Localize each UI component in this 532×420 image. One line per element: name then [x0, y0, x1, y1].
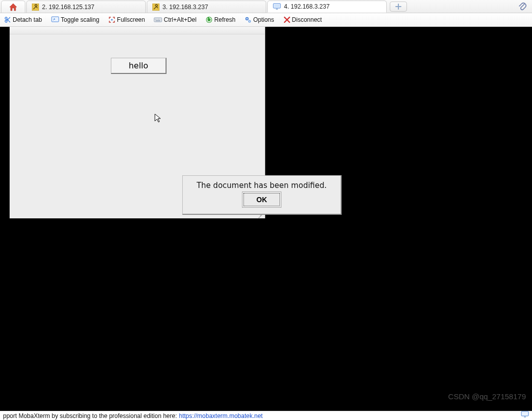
close-icon [283, 16, 291, 23]
session-tab-2[interactable]: 2. 192.168.125.137 [26, 1, 146, 13]
toolbar-label: Ctrl+Alt+Del [163, 16, 196, 23]
svg-rect-9 [154, 18, 162, 22]
ctrl-alt-del-button[interactable]: Ctrl+Alt+Del [153, 15, 197, 24]
fullscreen-icon [108, 16, 115, 23]
svg-rect-4 [276, 9, 278, 10]
plus-icon [395, 3, 402, 10]
svg-rect-14 [155, 20, 160, 21]
toolbar-label: Refresh [214, 16, 235, 23]
svg-rect-13 [159, 19, 160, 20]
toolbar-label: Options [253, 16, 274, 23]
remote-viewport[interactable]: hello The document has been modified. OK… [0, 27, 532, 411]
ok-button[interactable]: OK [243, 193, 280, 206]
tab-label: 4. 192.168.3.237 [284, 3, 330, 10]
toolbar-label: Fullscreen [117, 16, 145, 23]
status-text: pport MobaXterm by subscribing to the pr… [3, 412, 177, 419]
refresh-button[interactable]: Refresh [204, 15, 236, 24]
paperclip-icon[interactable] [518, 2, 527, 15]
monitor-icon [273, 3, 281, 10]
svg-rect-3 [274, 5, 279, 7]
session-toolbar: Detach tab Toggle scaling Fullscreen Ctr… [0, 13, 532, 27]
fullscreen-button[interactable]: Fullscreen [107, 15, 146, 24]
cursor-icon [154, 113, 162, 125]
tab-label: 2. 192.168.125.137 [42, 4, 94, 11]
watermark-text: CSDN @qq_27158179 [448, 392, 526, 401]
toggle-scaling-button[interactable]: Toggle scaling [50, 15, 100, 24]
svg-rect-11 [156, 19, 157, 20]
gear-icon [244, 16, 252, 23]
keyboard-icon [154, 17, 162, 23]
toolbar-label: Detach tab [13, 16, 42, 23]
disconnect-button[interactable]: Disconnect [282, 15, 323, 24]
dialog-actions: OK [183, 193, 341, 206]
home-icon [9, 3, 18, 11]
wrench-icon [152, 4, 159, 11]
remote-window-titlebar[interactable] [10, 27, 265, 34]
status-bar: pport MobaXterm by subscribing to the pr… [0, 411, 532, 420]
detach-tab-button[interactable]: Detach tab [3, 15, 43, 24]
options-button[interactable]: Options [243, 15, 275, 24]
svg-point-17 [247, 18, 248, 19]
wrench-icon [32, 4, 39, 11]
svg-point-19 [249, 21, 250, 22]
svg-point-8 [111, 19, 113, 21]
svg-rect-12 [158, 19, 159, 20]
session-tab-3[interactable]: 3. 192.168.3.237 [147, 1, 266, 13]
status-link[interactable]: https://mobaxterm.mobatek.net [179, 412, 263, 419]
dialog-message: The document has been modified. [183, 176, 341, 193]
message-dialog: The document has been modified. OK [182, 175, 342, 215]
toolbar-label: Disconnect [292, 16, 322, 23]
session-tab-4-active[interactable]: 4. 192.168.3.237 [267, 1, 387, 13]
svg-rect-7 [52, 17, 59, 22]
tab-bar: 2. 192.168.125.137 3. 192.168.3.237 4. 1… [0, 0, 532, 13]
tab-label: 3. 192.168.3.237 [162, 4, 208, 11]
svg-rect-20 [521, 411, 528, 416]
hello-button[interactable]: hello [111, 58, 167, 74]
monitor-scale-icon [51, 16, 59, 23]
home-tab[interactable] [1, 1, 25, 13]
scissors-icon [4, 16, 11, 23]
refresh-icon [206, 16, 213, 23]
toolbar-label: Toggle scaling [61, 16, 99, 23]
status-monitor-icon[interactable] [521, 411, 529, 419]
app-root: 2. 192.168.125.137 3. 192.168.3.237 4. 1… [0, 0, 532, 420]
svg-rect-10 [155, 19, 156, 20]
svg-rect-21 [524, 416, 526, 417]
new-tab-button[interactable] [390, 2, 407, 12]
